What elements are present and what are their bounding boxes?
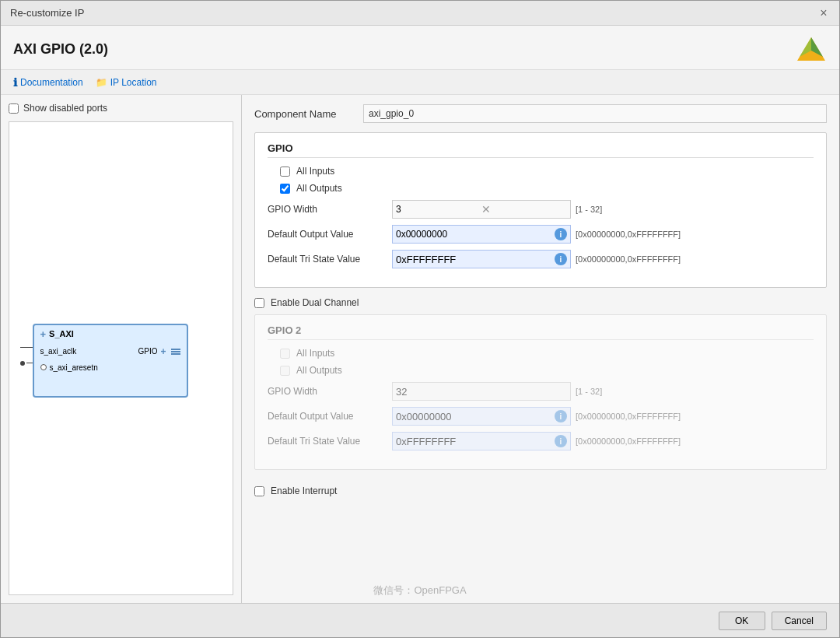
bottom-bar: 微信号：OpenFPGA OK Cancel <box>1 603 839 637</box>
right-panel: Component Name GPIO All Inputs All Outpu… <box>242 95 839 603</box>
show-disabled-ports-label: Show disabled ports <box>23 103 107 114</box>
diagram-area: + S_AXI s_axi_aclk GPIO + <box>9 121 233 595</box>
window-header: AXI GPIO (2.0) <box>1 26 839 70</box>
gpio2-section-title: GPIO 2 <box>268 324 814 340</box>
gpio2-tri-state-row: Default Tri State Value 0xFFFFFFFF i [0x… <box>268 432 814 450</box>
documentation-label: Documentation <box>20 77 83 88</box>
title-bar-left: Re-customize IP <box>10 7 84 19</box>
gpio-tri-state-value: 0xFFFFFFFF <box>396 254 555 265</box>
page-title: AXI GPIO (2.0) <box>13 41 108 58</box>
gpio2-tri-state-label: Default Tri State Value <box>268 436 392 447</box>
gpio2-all-inputs-row: All Inputs <box>280 348 814 359</box>
gpio-tri-state-info-btn[interactable]: i <box>555 253 567 265</box>
gpio-tri-state-row: Default Tri State Value 0xFFFFFFFF i [0x… <box>268 250 814 268</box>
window-title: Re-customize IP <box>10 7 84 19</box>
gpio2-width-wrap: 32 [1 - 32] <box>392 382 602 401</box>
gpio2-width-row: GPIO Width 32 [1 - 32] <box>268 382 814 401</box>
gpio-all-inputs-label: All Inputs <box>296 166 334 177</box>
enable-interrupt-checkbox[interactable] <box>254 486 264 496</box>
gpio2-tri-state-input: 0xFFFFFFFF i <box>392 432 571 450</box>
gpio-width-value: 3 <box>396 204 481 215</box>
gpio-default-output-input: 0x00000000 i <box>392 225 571 244</box>
toolbar: ℹ Documentation 📁 IP Location <box>1 70 839 95</box>
enable-dual-channel-checkbox[interactable] <box>254 298 264 308</box>
cancel-button[interactable]: Cancel <box>772 612 827 630</box>
gpio2-all-outputs-checkbox[interactable] <box>280 366 290 376</box>
gpio2-width-range: [1 - 32] <box>576 387 602 396</box>
plus-icon: + <box>40 328 47 340</box>
gpio-default-output-value: 0x00000000 <box>396 229 555 240</box>
port-s-axi-aresetn: s_axi_aresetn <box>50 363 98 372</box>
gpio-tri-state-input: 0xFFFFFFFF i <box>392 250 571 268</box>
port-s-axi-aclk: s_axi_aclk <box>40 347 77 356</box>
gpio-plus-icon: + <box>160 346 166 357</box>
ip-location-label: IP Location <box>110 77 157 88</box>
component-name-input[interactable] <box>363 104 827 123</box>
gpio-width-input-wrap: 3 ✕ [1 - 32] <box>392 200 602 219</box>
gpio-tri-state-label: Default Tri State Value <box>268 254 392 265</box>
gpio-default-output-info-btn[interactable]: i <box>555 228 567 240</box>
gpio2-default-output-range: [0x00000000,0xFFFFFFFF] <box>576 412 681 421</box>
component-name-label: Component Name <box>254 108 355 120</box>
component-name-row: Component Name <box>254 104 827 123</box>
gpio-width-clear-btn[interactable]: ✕ <box>481 203 567 216</box>
title-bar: Re-customize IP × <box>1 1 839 26</box>
gpio-width-range: [1 - 32] <box>576 205 602 214</box>
gpio2-default-output-input: 0x00000000 i <box>392 407 571 426</box>
gpio2-default-output-wrap: 0x00000000 i [0x00000000,0xFFFFFFFF] <box>392 407 681 426</box>
gpio-default-output-label: Default Output Value <box>268 229 392 240</box>
enable-dual-channel-row: Enable Dual Channel <box>254 297 827 308</box>
gpio-all-outputs-row: All Outputs <box>280 183 814 194</box>
enable-dual-channel-label: Enable Dual Channel <box>271 297 359 308</box>
gpio2-width-value: 32 <box>396 386 567 398</box>
gpio2-default-output-info-btn[interactable]: i <box>555 410 567 422</box>
ip-block: + S_AXI s_axi_aclk GPIO + <box>33 324 188 398</box>
gpio-section: GPIO All Inputs All Outputs GPIO Width <box>254 132 827 288</box>
info-icon: ℹ <box>13 76 17 89</box>
gpio-section-title: GPIO <box>268 142 814 158</box>
main-content: Show disabled ports + S_AXI <box>1 95 839 603</box>
gpio2-tri-state-range: [0x00000000,0xFFFFFFFF] <box>576 436 681 446</box>
gpio-default-output-row: Default Output Value 0x00000000 i [0x000… <box>268 225 814 244</box>
gpio2-default-output-label: Default Output Value <box>268 411 392 422</box>
gpio-tri-state-wrap: 0xFFFFFFFF i [0x00000000,0xFFFFFFFF] <box>392 250 681 268</box>
ip-block-title: + S_AXI <box>40 328 180 340</box>
main-window: Re-customize IP × AXI GPIO (2.0) ℹ Docum… <box>0 0 840 638</box>
vivado-logo-icon <box>796 33 827 65</box>
gpio-label: GPIO <box>138 347 157 356</box>
gpio-width-label: GPIO Width <box>268 204 392 215</box>
show-disabled-ports-checkbox[interactable] <box>9 103 19 114</box>
gpio2-all-outputs-label: All Outputs <box>296 365 342 376</box>
gpio-default-output-range: [0x00000000,0xFFFFFFFF] <box>576 230 681 239</box>
gpio2-width-input: 32 <box>392 382 571 401</box>
gpio2-tri-state-wrap: 0xFFFFFFFF i [0x00000000,0xFFFFFFFF] <box>392 432 681 450</box>
gpio2-default-output-value: 0x00000000 <box>396 411 555 422</box>
gpio-tri-state-range: [0x00000000,0xFFFFFFFF] <box>576 254 681 264</box>
gpio-all-outputs-label: All Outputs <box>296 183 342 194</box>
folder-icon: 📁 <box>96 77 107 88</box>
gpio2-tri-state-info-btn[interactable]: i <box>555 435 567 447</box>
ok-button[interactable]: OK <box>719 612 765 630</box>
enable-interrupt-label: Enable Interrupt <box>271 486 337 496</box>
gpio2-default-output-row: Default Output Value 0x00000000 i [0x000… <box>268 407 814 426</box>
gpio-all-outputs-checkbox[interactable] <box>280 184 290 194</box>
enable-interrupt-row: Enable Interrupt <box>254 479 827 503</box>
gpio2-width-label: GPIO Width <box>268 386 392 397</box>
gpio-all-inputs-row: All Inputs <box>280 166 814 177</box>
close-button[interactable]: × <box>817 7 830 19</box>
gpio-width-input-container: 3 ✕ <box>392 200 571 219</box>
gpio2-section: GPIO 2 All Inputs All Outputs GPIO Width <box>254 314 827 470</box>
gpio-all-inputs-checkbox[interactable] <box>280 167 290 177</box>
gpio2-all-inputs-label: All Inputs <box>296 348 334 359</box>
gpio-default-output-wrap: 0x00000000 i [0x00000000,0xFFFFFFFF] <box>392 225 681 244</box>
left-panel: Show disabled ports + S_AXI <box>1 95 242 603</box>
gpio2-tri-state-value: 0xFFFFFFFF <box>396 436 555 447</box>
gpio2-all-outputs-row: All Outputs <box>280 365 814 376</box>
ip-block-name: S_AXI <box>49 329 74 338</box>
ip-location-link[interactable]: 📁 IP Location <box>96 77 157 88</box>
gpio-width-row: GPIO Width 3 ✕ [1 - 32] <box>268 200 814 219</box>
show-disabled-ports-row: Show disabled ports <box>9 103 233 114</box>
documentation-link[interactable]: ℹ Documentation <box>13 76 83 89</box>
gpio2-all-inputs-checkbox[interactable] <box>280 349 290 359</box>
